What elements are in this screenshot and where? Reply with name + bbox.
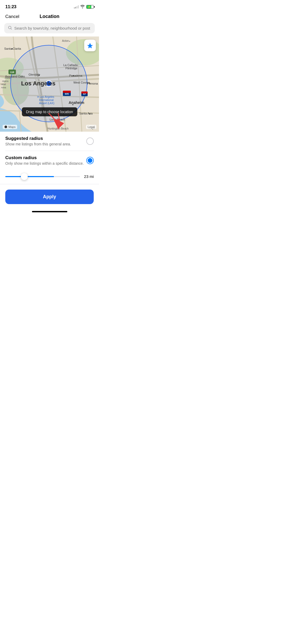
svg-text:57: 57 <box>83 93 86 95</box>
custom-radius-text: Custom radius Only show me listings with… <box>5 155 86 166</box>
slider-row: 23 mi <box>5 174 94 179</box>
svg-text:International: International <box>39 99 54 102</box>
home-bar <box>32 211 67 212</box>
suggested-radius-radio[interactable] <box>86 137 94 145</box>
nav-header: Cancel Location <box>0 12 99 23</box>
custom-radius-radio[interactable] <box>86 157 94 164</box>
svg-text:Airport (LAX): Airport (LAX) <box>39 102 54 105</box>
apple-maps-badge: Maps <box>3 125 17 129</box>
svg-point-45 <box>39 75 40 76</box>
svg-text:onal: onal <box>1 83 6 86</box>
status-time: 11:23 <box>5 4 16 10</box>
svg-text:onica: onica <box>5 77 11 79</box>
search-bar <box>4 23 95 33</box>
search-container <box>0 23 99 36</box>
svg-text:605: 605 <box>65 93 69 95</box>
battery-icon: ⚡ <box>86 5 94 9</box>
page-title: Location <box>40 14 59 19</box>
legal-badge: Legal <box>86 125 96 129</box>
home-indicator <box>0 208 99 214</box>
drag-tooltip: Drag map to choose location <box>22 107 77 116</box>
svg-text:Pomona: Pomona <box>87 82 98 85</box>
search-icon <box>8 26 12 31</box>
svg-text:118: 118 <box>10 71 14 73</box>
apply-section: Apply <box>0 184 99 208</box>
svg-text:Anaheim: Anaheim <box>69 100 84 105</box>
suggested-radius-text: Suggested radius Show me listings from t… <box>5 136 86 146</box>
cancel-button[interactable]: Cancel <box>5 14 19 19</box>
status-bar: 11:23 ⚡ <box>0 0 99 12</box>
svg-point-46 <box>73 75 74 76</box>
svg-text:Pasadena: Pasadena <box>69 74 82 77</box>
svg-text:Acton: Acton <box>62 39 69 42</box>
wifi-icon <box>80 5 85 9</box>
slider-section: 23 mi <box>0 170 99 184</box>
legal-label: Legal <box>88 125 95 128</box>
options-section: Suggested radius Show me listings from t… <box>0 132 99 170</box>
svg-point-50 <box>55 119 56 121</box>
svg-text:✈ Los Angeles: ✈ Los Angeles <box>37 95 54 98</box>
location-button[interactable] <box>84 40 96 51</box>
suggested-radius-title: Suggested radius <box>5 136 86 141</box>
suggested-radius-row[interactable]: Suggested radius Show me listings from t… <box>5 132 94 151</box>
svg-text:Glendale: Glendale <box>29 73 40 76</box>
svg-point-55 <box>4 126 7 128</box>
svg-text:Area: Area <box>1 86 6 89</box>
custom-radius-title: Custom radius <box>5 155 86 160</box>
svg-text:Santa Clarita: Santa Clarita <box>4 47 21 50</box>
svg-point-49 <box>72 104 73 105</box>
signal-icon <box>74 5 79 8</box>
svg-text:ntains: ntains <box>2 80 9 82</box>
search-input[interactable] <box>14 26 91 30</box>
svg-text:Huntington Beach: Huntington Beach <box>48 127 69 130</box>
custom-radius-row[interactable]: Custom radius Only show me listings with… <box>5 151 94 170</box>
svg-text:Long Beach: Long Beach <box>50 118 65 121</box>
custom-radius-subtitle: Only show me listings within a specific … <box>5 161 86 166</box>
svg-point-44 <box>12 48 13 49</box>
svg-text:Los Angeles: Los Angeles <box>21 80 55 87</box>
svg-text:La Cañada: La Cañada <box>63 63 78 67</box>
maps-label: Maps <box>8 125 16 128</box>
status-icons: ⚡ <box>74 5 94 9</box>
svg-text:Santa Ana: Santa Ana <box>79 112 93 115</box>
svg-point-51 <box>89 113 90 114</box>
map-container[interactable]: 118 605 57 Santa Clarita La Cañada Flint… <box>0 36 99 132</box>
map-svg: 118 605 57 Santa Clarita La Cañada Flint… <box>0 36 99 132</box>
svg-point-47 <box>89 83 90 84</box>
suggested-radius-subtitle: Show me listings from this general area. <box>5 142 86 146</box>
svg-point-53 <box>69 41 70 42</box>
radius-slider[interactable] <box>5 176 80 177</box>
apply-button[interactable]: Apply <box>5 190 94 204</box>
slider-value: 23 mi <box>83 174 94 179</box>
svg-text:Flintridge: Flintridge <box>65 67 77 70</box>
radio-inner <box>88 158 92 163</box>
